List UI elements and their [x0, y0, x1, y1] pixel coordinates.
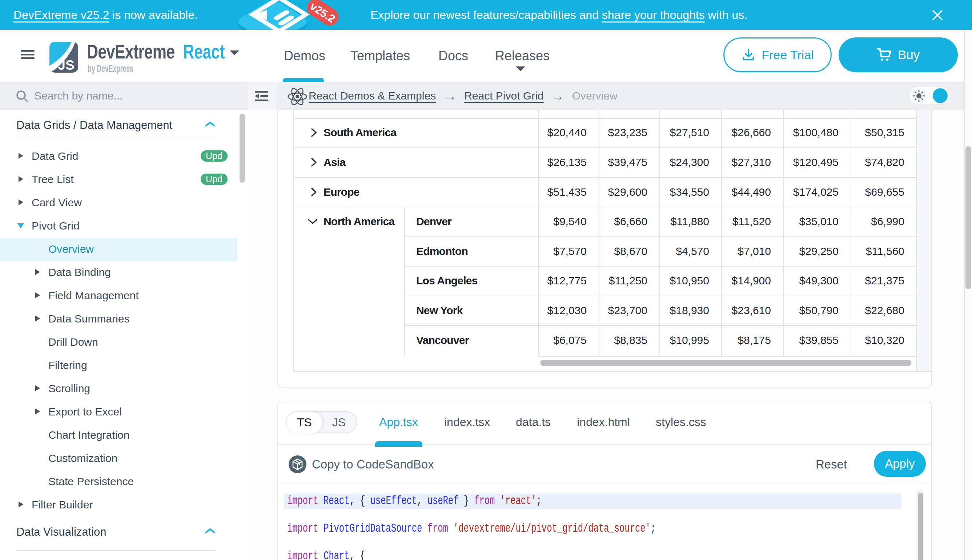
svg-text:JS: JS — [58, 58, 74, 73]
